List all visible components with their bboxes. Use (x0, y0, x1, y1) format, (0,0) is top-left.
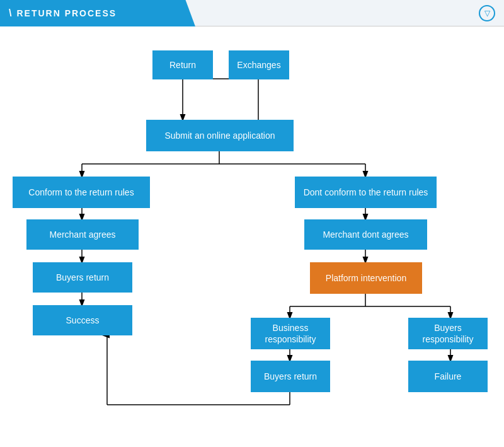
buyers-resp-box: Buyers responsibility (408, 318, 488, 349)
business-resp-box: Business responsibility (251, 318, 330, 349)
merchant-dont-box: Merchant dont agrees (304, 219, 427, 250)
conform-box: Conform to the return rules (13, 177, 150, 208)
page-title: RETURN PROCESS (16, 8, 117, 18)
header-background: \ RETURN PROCESS (0, 0, 195, 26)
failure-box: Failure (408, 361, 488, 392)
merchant-agrees-box: Merchant agrees (26, 219, 139, 250)
header-slash-icon: \ (9, 8, 11, 19)
flowchart-area: Return Exchanges Submit an online applic… (0, 26, 504, 447)
dont-conform-box: Dont conform to the return rules (295, 177, 437, 208)
platform-box: Platform intervention (310, 262, 422, 294)
page-header: \ RETURN PROCESS ▽ (0, 0, 504, 26)
success-box: Success (33, 305, 132, 335)
buyers-return-right-box: Buyers return (251, 361, 330, 392)
exchanges-box: Exchanges (229, 50, 289, 79)
buyers-return-left-box: Buyers return (33, 262, 132, 293)
submit-box: Submit an online application (146, 120, 294, 151)
chevron-down-icon[interactable]: ▽ (479, 5, 495, 21)
return-box: Return (152, 50, 213, 79)
